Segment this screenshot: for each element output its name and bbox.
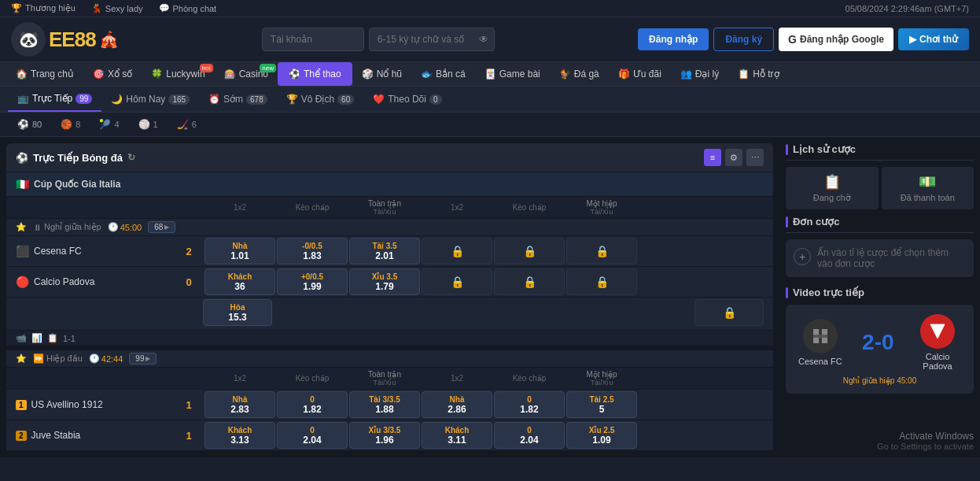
account-input[interactable] [262,28,364,51]
home-tai-btn[interactable]: Tài 3.5 2.01 [349,238,420,265]
sport-icon-hockey[interactable]: 🏒 6 [171,117,203,132]
m2-home-tai[interactable]: Tài 3/3.5 1.88 [349,391,420,418]
video-match-status: Nghỉ giữa hiệp 45:00 [792,374,967,387]
trophy-icon: 🏆 [11,3,22,13]
match2-home-row: 1 US Avellino 1912 1 Nhà 2.83 0 1.82 Tài… [6,390,773,420]
video-icon: 📹 [16,333,27,343]
password-input[interactable] [369,28,495,51]
tab-vodich[interactable]: 🏆 Vô Địch 60 [277,87,363,111]
home-score: 2 [175,246,203,257]
add-bet-icon[interactable]: + [794,248,811,265]
nav-nohu[interactable]: 🎲Nổ hũ [352,62,411,86]
paid-icon: 💵 [919,173,936,191]
col-1x2: 1x2 [204,203,275,212]
tab-tructiep[interactable]: 📺 Trực Tiếp 99 [8,87,101,112]
tab-som[interactable]: ⏰ Sớm 678 [199,87,277,111]
casino-badge: new [260,64,276,72]
section-bar3 [786,287,788,298]
away-xiu-btn[interactable]: Xỉu 3.5 1.79 [349,268,420,295]
settings-button[interactable]: ⚙ [725,149,742,166]
phong-chat-link[interactable]: 💬 Phòng chat [159,3,217,13]
nav-trangchu[interactable]: 🏠Trang chủ [6,62,83,86]
sport-icon-soccer[interactable]: ⚽ 80 [11,117,48,132]
col-keochap: Kèo chấp [277,203,348,212]
m2-away-1x2[interactable]: Khách 3.13 [204,422,275,449]
volleyball-icon: 🏐 [138,119,150,130]
away-chap-btn[interactable]: +0/0.5 1.99 [277,268,348,295]
nav-daily[interactable]: 👥Đại lý [671,62,728,86]
login-button[interactable]: Đăng nhập [638,28,709,50]
nghigiaohiep-icon: ⏸ [33,223,42,232]
google-login-button[interactable]: G Đăng nhập Google [779,28,893,51]
nav-gamebai[interactable]: 🃏Game bài [475,62,550,86]
away-1x2-lock: 🔒 [422,268,492,295]
paid-tab[interactable]: 💵 Đã thanh toán [882,167,974,209]
eye-icon[interactable]: 👁 [479,34,488,45]
home-1x2-btn[interactable]: Nhà 1.01 [204,238,275,265]
home-team-cell: ⬛ Cesena FC [16,245,173,257]
star-icon: ⭐ [16,222,27,232]
filter-button[interactable]: ≡ [704,149,721,166]
m2-home-tai2[interactable]: Tài 2.5 5 [566,391,637,418]
m2-away-1x2-2[interactable]: Khách 3.11 [422,422,492,449]
nav-daga[interactable]: 🐓Đá gà [550,62,609,86]
lineup-icon: 📋 [47,333,58,343]
nav-casino[interactable]: 🎰Casino new [215,62,278,86]
soccer-icon: ⚽ [17,119,29,130]
match1-away-row: 🔴 Calcio Padova 0 Khách 36 +0/0.5 1.99 X… [6,267,773,297]
right-panel: Lịch sử cược 📋 Đang chờ 💵 Đã thanh toán … [779,137,980,457]
away-1x2-btn[interactable]: Khách 36 [204,268,275,295]
match2-minute-badge: 99 ▶ [129,353,157,364]
m2-home-chap2[interactable]: 0 1.82 [494,391,565,418]
sport-icon-volleyball[interactable]: 🏐 1 [132,117,164,132]
m2-away-chap[interactable]: 0 2.04 [277,422,348,449]
nav-banca[interactable]: 🐟Bắn cá [411,62,475,86]
clock-icon: 🕐 [108,222,119,232]
don-cuoc-hint-area: + Ấn vào tỉ lệ cược để chọn thêm vào đơn… [786,239,974,277]
away-score: 0 [175,276,203,288]
alarm-icon: ⏰ [208,94,220,105]
m2-home-chap[interactable]: 0 1.82 [277,391,348,418]
draw-btn[interactable]: Hòa 15.3 [203,299,272,326]
tab-homnay[interactable]: 🌙 Hôm Nay 165 [101,87,199,111]
section-bar [786,144,788,155]
homnay-count: 165 [168,94,190,105]
nav-hotro[interactable]: 📋Hỗ trợ [728,62,788,86]
bet-history-title: Lịch sử cược [793,143,856,155]
bet-history-tabs: 📋 Đang chờ 💵 Đã thanh toán [786,167,974,209]
sport-icon-tennis[interactable]: 🎾 4 [93,117,125,132]
match2-time: 🕐 42:44 [89,353,123,364]
pending-tab[interactable]: 📋 Đang chờ [786,167,879,209]
m2-away-chap2[interactable]: 0 2.04 [494,422,565,449]
thong-hieu-link[interactable]: 🏆 Thương hiệu [11,3,76,13]
tructiep-count: 99 [76,94,92,104]
m2-away-xiu2[interactable]: Xỉu 2.5 1.09 [566,422,637,449]
tab-theodoi[interactable]: ❤️ Theo Dõi 0 [363,87,451,111]
m2-home-1x2[interactable]: Nhà 2.83 [204,391,275,418]
left-panel: ⚽ Trực Tiếp Bóng đá ↻ ≡ ⚙ ⋯ 🇮🇹 Cúp Quốc … [0,137,779,457]
video-header: Video trực tiếp [786,287,974,298]
nav-luckywin[interactable]: 🍀Luckywin hot [142,62,214,86]
home-chap-btn[interactable]: -0/0.5 1.83 [277,238,348,265]
logo-area: 🐼 EE88 🎪 [11,22,119,57]
don-cuoc-hint: Ấn vào tỉ lệ cược để chọn thêm vào đơn c… [817,247,966,269]
chat-icon: 💬 [159,3,170,13]
away-team-name: Calcio Padova [34,276,94,287]
section-header: ⚽ Trực Tiếp Bóng đá ↻ ≡ ⚙ ⋯ [6,143,773,172]
m2-away-xiu[interactable]: Xỉu 3/3.5 1.96 [349,422,420,449]
play-button[interactable]: ▶ Chơi thử [898,28,969,50]
sexy-lady-link[interactable]: 💃 Sexy lady [91,3,143,13]
pending-icon: 📋 [823,173,841,191]
juvestabia-badge: 2 [16,431,27,441]
vodich-count: 60 [337,94,354,105]
refresh-icon[interactable]: ↻ [127,152,135,163]
m2-home-1x2-2[interactable]: Nhà 2.86 [422,391,492,418]
register-button[interactable]: Đăng ký [713,28,774,51]
nav-thethao[interactable]: ⚽Thể thao [278,62,352,86]
nav-xoso[interactable]: 🎯Xổ số [83,62,142,86]
nav-uudai[interactable]: 🎁Ưu đãi [609,62,671,86]
activate-windows: Activate Windows Go to Settings to activ… [877,431,974,451]
more-button[interactable]: ⋯ [746,149,764,166]
sports-tabs: 📺 Trực Tiếp 99 🌙 Hôm Nay 165 ⏰ Sớm 678 🏆… [0,87,980,113]
sport-icon-basketball[interactable]: 🏀 8 [54,117,87,132]
